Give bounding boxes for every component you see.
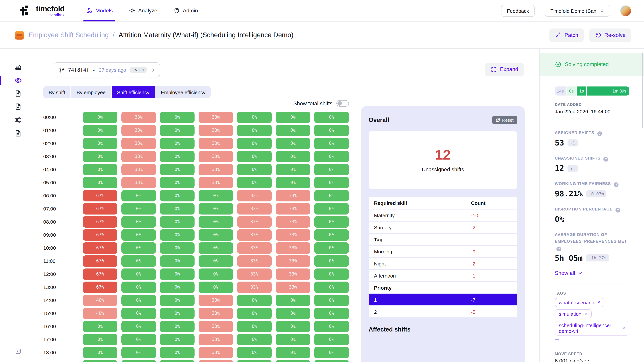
efficiency-chip[interactable]: 33% <box>198 347 233 358</box>
efficiency-chip[interactable]: 0% <box>314 138 349 149</box>
efficiency-chip[interactable]: 33% <box>276 255 310 267</box>
efficiency-chip[interactable]: 0% <box>160 308 194 319</box>
efficiency-chip[interactable]: 0% <box>83 138 118 149</box>
efficiency-chip[interactable]: 0% <box>198 203 233 214</box>
efficiency-chip[interactable]: 33% <box>276 268 310 280</box>
efficiency-chip[interactable]: 0% <box>237 164 272 175</box>
efficiency-chip[interactable]: 0% <box>276 321 310 332</box>
help-icon[interactable]: ? <box>597 131 602 136</box>
efficiency-chip[interactable]: 33% <box>198 308 233 319</box>
table-row[interactable]: 1-7 <box>368 293 517 305</box>
table-row[interactable]: Afternoon-1 <box>368 269 517 281</box>
efficiency-chip[interactable]: 0% <box>83 347 118 358</box>
efficiency-chip[interactable]: 33% <box>276 242 310 254</box>
efficiency-chip[interactable]: 33% <box>198 360 233 362</box>
efficiency-chip[interactable]: 33% <box>237 190 272 201</box>
tab-by-employee[interactable]: By employee <box>71 86 111 98</box>
efficiency-chip[interactable]: 0% <box>122 334 156 345</box>
brand-logo[interactable]: timefold sandbox <box>19 4 64 17</box>
table-row[interactable]: Maternity-10 <box>368 209 517 221</box>
efficiency-chip[interactable]: 0% <box>237 138 272 149</box>
efficiency-chip[interactable]: 0% <box>160 321 194 332</box>
efficiency-chip[interactable]: 0% <box>160 177 194 188</box>
efficiency-chip[interactable]: 0% <box>314 321 349 332</box>
efficiency-chip[interactable]: 0% <box>314 164 349 175</box>
table-row[interactable]: 2-5 <box>368 305 517 318</box>
efficiency-chip[interactable]: 0% <box>314 151 349 162</box>
show-total-shifts-toggle[interactable] <box>336 100 349 107</box>
efficiency-chip[interactable]: 33% <box>237 203 272 214</box>
efficiency-chip[interactable]: 33% <box>122 177 156 188</box>
nav-item-admin[interactable]: Admin <box>174 0 198 21</box>
expand-button[interactable]: Expand <box>485 63 524 76</box>
efficiency-chip[interactable]: 0% <box>160 360 194 362</box>
tab-shift-efficiency[interactable]: Shift efficiency <box>112 86 155 98</box>
efficiency-chip[interactable]: 0% <box>160 216 194 227</box>
efficiency-chip[interactable]: 0% <box>237 151 272 162</box>
efficiency-chip[interactable]: 67% <box>83 203 118 214</box>
efficiency-chip[interactable]: 0% <box>122 295 156 306</box>
efficiency-chip[interactable]: 0% <box>83 151 118 162</box>
efficiency-chip[interactable]: 0% <box>314 124 349 136</box>
efficiency-chip[interactable]: 0% <box>314 229 349 241</box>
efficiency-chip[interactable]: 67% <box>83 216 118 227</box>
efficiency-chip[interactable]: 0% <box>314 308 349 319</box>
efficiency-chip[interactable]: 0% <box>160 242 194 254</box>
efficiency-chip[interactable]: 0% <box>198 229 233 241</box>
efficiency-chip[interactable]: 67% <box>83 242 118 254</box>
efficiency-chip[interactable]: 33% <box>276 229 310 241</box>
efficiency-chip[interactable]: 67% <box>83 281 118 293</box>
efficiency-chip[interactable]: 33% <box>237 255 272 267</box>
efficiency-chip[interactable]: 0% <box>160 255 194 267</box>
efficiency-chip[interactable]: 0% <box>122 360 156 362</box>
efficiency-chip[interactable]: 0% <box>122 347 156 358</box>
workspace-select[interactable]: Timefold Demo (San <box>545 5 610 17</box>
efficiency-chip[interactable]: 0% <box>314 255 349 267</box>
efficiency-chip[interactable]: 33% <box>198 151 233 162</box>
efficiency-chip[interactable]: 0% <box>83 334 118 345</box>
user-avatar[interactable] <box>620 5 631 16</box>
nav-item-models[interactable]: Models <box>86 0 113 21</box>
efficiency-chip[interactable]: 0% <box>276 295 310 306</box>
efficiency-chip[interactable]: 0% <box>276 124 310 136</box>
rail-item-import[interactable] <box>0 87 36 99</box>
efficiency-chip[interactable]: 0% <box>237 124 272 136</box>
efficiency-chip[interactable]: 33% <box>276 203 310 214</box>
efficiency-chip[interactable]: 0% <box>83 321 118 332</box>
efficiency-chip[interactable]: 0% <box>83 124 118 136</box>
efficiency-chip[interactable]: 0% <box>122 190 156 201</box>
efficiency-chip[interactable]: 33% <box>122 151 156 162</box>
efficiency-chip[interactable]: 0% <box>160 111 194 123</box>
efficiency-chip[interactable]: 0% <box>160 229 194 241</box>
efficiency-chip[interactable]: 33% <box>198 334 233 345</box>
efficiency-chip[interactable]: 0% <box>276 164 310 175</box>
breadcrumb-model-link[interactable]: Employee Shift Scheduling <box>28 31 109 39</box>
efficiency-chip[interactable]: 0% <box>276 347 310 358</box>
efficiency-chip[interactable]: 0% <box>160 347 194 358</box>
show-all-link[interactable]: Show all <box>555 270 629 276</box>
efficiency-chip[interactable]: 0% <box>83 360 118 362</box>
efficiency-chip[interactable]: 33% <box>198 321 233 332</box>
efficiency-chip[interactable]: 67% <box>83 229 118 241</box>
table-row[interactable]: Night-2 <box>368 257 517 269</box>
efficiency-chip[interactable]: 0% <box>276 334 310 345</box>
efficiency-chip[interactable]: 0% <box>237 308 272 319</box>
resolve-button[interactable]: Re-solve <box>589 28 631 42</box>
efficiency-chip[interactable]: 0% <box>237 321 272 332</box>
efficiency-chip[interactable]: 0% <box>160 124 194 136</box>
efficiency-chip[interactable]: 0% <box>160 203 194 214</box>
efficiency-chip[interactable]: 67% <box>83 190 118 201</box>
efficiency-chip[interactable]: 0% <box>237 295 272 306</box>
efficiency-chip[interactable]: 33% <box>276 190 310 201</box>
efficiency-chip[interactable]: 0% <box>198 190 233 201</box>
efficiency-chip[interactable]: 0% <box>160 295 194 306</box>
efficiency-chip[interactable]: 0% <box>276 151 310 162</box>
efficiency-chip[interactable]: 33% <box>122 111 156 123</box>
efficiency-chip[interactable]: 0% <box>198 268 233 280</box>
efficiency-chip[interactable]: 0% <box>314 190 349 201</box>
feedback-button[interactable]: Feedback <box>501 5 535 17</box>
efficiency-chip[interactable]: 0% <box>314 216 349 227</box>
efficiency-chip[interactable]: 0% <box>160 281 194 293</box>
efficiency-chip[interactable]: 33% <box>237 268 272 280</box>
rail-item-view[interactable] <box>0 74 36 86</box>
